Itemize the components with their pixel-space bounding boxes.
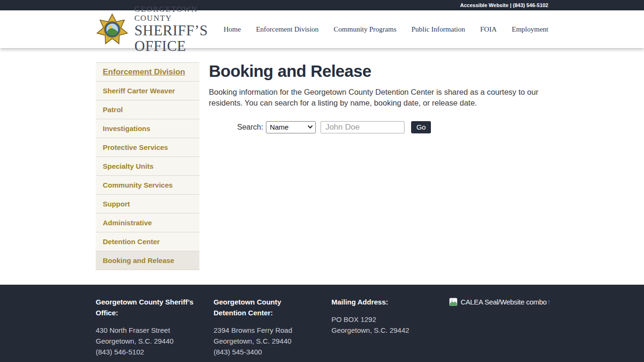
footer-col-calea: CALEA Seal/Website combo for [449,296,567,357]
page-title: Booking and Release [209,62,548,81]
search-type-select[interactable]: Name [266,121,316,133]
footer-phone-line: (843) 546-5102 [96,346,202,357]
nav-item-public-information[interactable]: Public Information [412,25,465,33]
sidebar-item-sheriff-carter-weaver[interactable]: Sheriff Carter Weaver [96,82,199,100]
sidebar-item-specialty-units[interactable]: Specialty Units [96,157,199,176]
booking-search-form: Search: Name Go [237,121,548,133]
sidebar-item-investigations[interactable]: Investigations [96,119,199,138]
footer-address-line: PO BOX 1292 [331,314,438,325]
sidebar-item-patrol[interactable]: Patrol [96,100,199,119]
site-header: GEORGETOWN COUNTY SHERIFF’S OFFICE Home … [0,10,644,48]
sidebar-item-community-services[interactable]: Community Services [96,176,199,195]
footer-address-line: Georgetown, S.C. 29440 [96,336,202,346]
nav-item-home[interactable]: Home [223,25,241,33]
footer-address-line: Georgetown, S.C. 29440 [214,336,320,346]
search-type-select-wrap: Name [266,121,316,133]
broken-image-icon [449,298,457,306]
logo-text: GEORGETOWN COUNTY SHERIFF’S OFFICE [134,5,208,54]
go-button[interactable]: Go [411,121,431,133]
search-label: Search: [237,123,263,132]
sidebar-item-administrative[interactable]: Administrative [96,214,199,232]
footer-heading-mailing-address: Mailing Address: [331,296,438,307]
sidebar-item-protective-services[interactable]: Protective Services [96,138,199,157]
footer-heading-detention-center: Georgetown County Detention Center: [214,296,284,318]
footer-phone-line: (843) 545-3400 [214,346,320,357]
sidebar-header-enforcement-division[interactable]: Enforcement Division [96,63,199,82]
main-nav: Home Enforcement Division Community Prog… [208,25,548,33]
sidebar: Enforcement Division Sheriff Carter Weav… [96,62,199,285]
footer-address-line: 430 North Fraser Street [96,325,202,336]
sidebar-item-support[interactable]: Support [96,195,199,214]
footer-address-line: Georgetown, S.C. 29442 [331,325,438,336]
calea-image-alt-text: CALEA Seal/Website combo for [461,298,549,306]
sidebar-item-booking-and-release[interactable]: Booking and Release [96,251,199,270]
footer-address-line: 2394 Browns Ferry Road [214,325,320,336]
intro-paragraph: Booking information for the Georgetown C… [209,87,539,108]
main-content: Booking and Release Booking information … [209,62,548,285]
sheriff-badge-icon [96,13,129,46]
footer-heading-sheriffs-office: Georgetown County Sheriff’s Office: [96,296,196,318]
footer-col-mailing-address: Mailing Address: PO BOX 1292 Georgetown,… [331,296,449,357]
site-logo[interactable]: GEORGETOWN COUNTY SHERIFF’S OFFICE [96,5,208,54]
nav-item-foia[interactable]: FOIA [480,25,496,33]
footer-col-sheriffs-office: Georgetown County Sheriff’s Office: 430 … [96,296,214,357]
nav-item-community-programs[interactable]: Community Programs [334,25,396,33]
search-input[interactable] [321,121,405,133]
sidebar-item-detention-center[interactable]: Detention Center [96,232,199,251]
logo-line2: SHERIFF’S OFFICE [134,23,208,54]
nav-item-enforcement-division[interactable]: Enforcement Division [256,25,319,33]
site-footer: Georgetown County Sheriff’s Office: 430 … [0,285,644,362]
footer-col-detention-center: Georgetown County Detention Center: 2394… [214,296,331,357]
nav-item-employment[interactable]: Employment [512,25,549,33]
logo-line1: GEORGETOWN COUNTY [134,5,208,23]
